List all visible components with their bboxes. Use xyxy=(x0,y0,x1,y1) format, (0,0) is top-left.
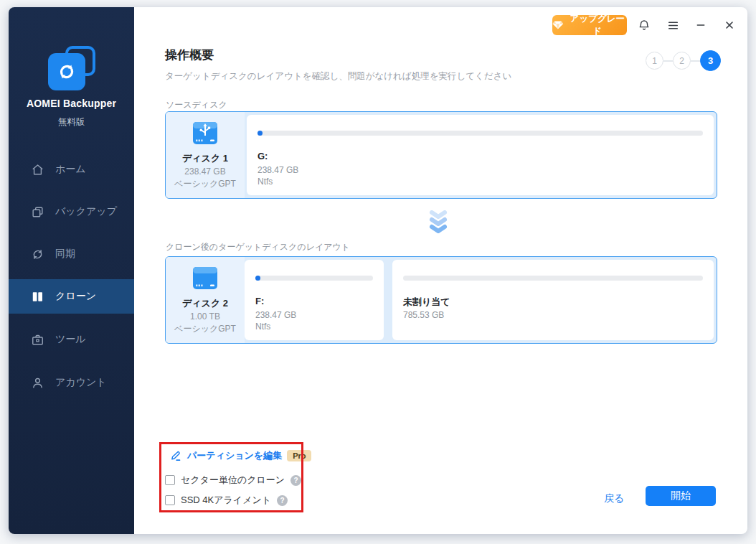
sidebar-item-label: アカウント xyxy=(55,376,107,389)
source-section-label: ソースディスク xyxy=(166,99,227,111)
sidebar-item-sync[interactable]: 同期 xyxy=(9,237,134,271)
sidebar: AOMEI Backupper 無料版 ホーム バックアップ xyxy=(9,7,134,534)
sidebar-item-account[interactable]: アカウント xyxy=(9,365,134,400)
usage-bar xyxy=(255,276,373,281)
target-disk-name: ディスク 2 xyxy=(166,297,245,310)
sector-clone-option[interactable]: セクター単位のクローン ? xyxy=(165,474,301,487)
partition-size: 238.47 GB xyxy=(257,165,298,175)
app-name: AOMEI Backupper xyxy=(9,98,134,109)
back-button[interactable]: 戻る xyxy=(598,489,630,508)
ssd-alignment-label: SSD 4Kアライメント xyxy=(181,494,271,507)
source-disk-panel: ディスク 1 238.47 GB ベーシックGPT xyxy=(166,112,245,198)
target-disk-size: 1.00 TB xyxy=(166,311,245,322)
usb-disk-icon xyxy=(190,120,220,150)
sidebar-item-home[interactable]: ホーム xyxy=(9,152,134,187)
sidebar-item-backup[interactable]: バックアップ xyxy=(9,194,134,229)
sidebar-item-label: ツール xyxy=(55,333,86,346)
app-window: AOMEI Backupper 無料版 ホーム バックアップ xyxy=(9,7,747,534)
page-subtitle: ターゲットディスクのレイアウトを確認し、問題がなければ処理を実行してください xyxy=(165,70,511,83)
menu-icon[interactable] xyxy=(663,16,682,34)
source-disk-card: ディスク 1 238.47 GB ベーシックGPT G: 238.47 GB N… xyxy=(165,111,717,199)
target-disk-panel: ディスク 2 1.00 TB ベーシックGPT xyxy=(166,257,245,343)
app-edition: 無料版 xyxy=(9,116,134,128)
sidebar-item-tools[interactable]: ツール xyxy=(9,322,134,357)
source-disk-type: ベーシックGPT xyxy=(166,178,245,190)
usage-fill xyxy=(257,131,263,136)
close-icon[interactable] xyxy=(720,16,739,34)
upgrade-label: アップグレード xyxy=(568,13,627,37)
partition-label: F: xyxy=(255,296,264,306)
sidebar-item-clone[interactable]: クローン xyxy=(9,279,134,314)
sidebar-item-label: ホーム xyxy=(55,163,86,176)
backup-icon xyxy=(31,205,44,219)
minimize-icon[interactable] xyxy=(691,16,710,34)
step-indicator: 1 2 3 xyxy=(646,50,721,71)
notification-bell-icon[interactable] xyxy=(635,16,653,34)
target-disk-type: ベーシックGPT xyxy=(166,323,245,335)
step-3-current: 3 xyxy=(700,50,721,71)
target-disk-card: ディスク 2 1.00 TB ベーシックGPT F: 238.47 GB Ntf… xyxy=(165,256,717,344)
sidebar-item-label: クローン xyxy=(55,290,96,303)
step-connector xyxy=(691,60,700,62)
sidebar-item-label: 同期 xyxy=(55,248,75,261)
pro-badge: Pro xyxy=(287,450,311,461)
sync-icon xyxy=(31,248,44,261)
upgrade-button[interactable]: アップグレード xyxy=(552,15,627,35)
partition-filesystem: Ntfs xyxy=(255,322,270,332)
tools-icon xyxy=(31,333,44,347)
help-icon[interactable]: ? xyxy=(290,475,301,486)
edit-partitions-button[interactable]: パーティションを編集 Pro xyxy=(170,449,311,462)
partition-filesystem: Ntfs xyxy=(257,177,273,187)
home-icon xyxy=(31,163,44,177)
clone-icon xyxy=(31,290,44,304)
help-icon[interactable]: ? xyxy=(277,495,288,506)
partition-label: G: xyxy=(257,151,268,161)
target-partition-unallocated[interactable]: 未割り当て 785.53 GB xyxy=(392,260,714,340)
partition-size: 785.53 GB xyxy=(403,310,444,320)
ssd-alignment-checkbox[interactable] xyxy=(165,495,175,505)
usage-bar xyxy=(403,276,703,281)
flow-down-arrow-icon xyxy=(429,210,448,238)
account-icon xyxy=(31,376,44,390)
source-disk-size: 238.47 GB xyxy=(166,167,245,177)
pencil-icon xyxy=(170,450,182,462)
app-logo xyxy=(48,46,95,90)
sector-clone-checkbox[interactable] xyxy=(165,475,175,485)
target-section-label: クローン後のターゲットディスクのレイアウト xyxy=(166,241,350,253)
sync-logo-icon xyxy=(48,53,85,90)
edit-partitions-label: パーティションを編集 xyxy=(187,449,282,462)
target-partition-f[interactable]: F: 238.47 GB Ntfs xyxy=(245,260,384,340)
source-disk-name: ディスク 1 xyxy=(166,152,245,165)
page-title: 操作概要 xyxy=(165,47,214,63)
hard-disk-icon xyxy=(190,265,220,295)
usage-bar xyxy=(257,131,703,136)
sector-clone-label: セクター単位のクローン xyxy=(181,474,285,487)
step-1: 1 xyxy=(646,52,663,70)
sidebar-item-label: バックアップ xyxy=(55,205,117,218)
start-button[interactable]: 開始 xyxy=(646,486,716,506)
step-connector xyxy=(663,60,673,62)
partition-size: 238.47 GB xyxy=(255,310,296,320)
partition-label: 未割り当て xyxy=(403,296,450,309)
usage-fill xyxy=(255,276,260,281)
source-partition[interactable]: G: 238.47 GB Ntfs xyxy=(247,115,714,195)
step-2: 2 xyxy=(673,52,691,70)
gem-icon xyxy=(552,20,564,30)
ssd-alignment-option[interactable]: SSD 4Kアライメント ? xyxy=(165,494,288,507)
